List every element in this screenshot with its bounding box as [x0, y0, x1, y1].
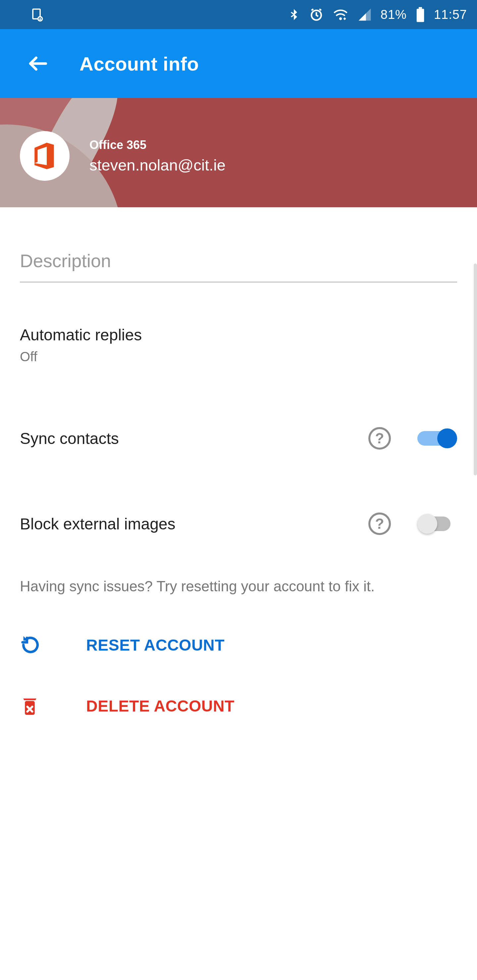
reset-account-label: RESET ACCOUNT: [86, 636, 225, 654]
status-left-group: [30, 7, 45, 22]
wifi-icon: [332, 6, 349, 23]
svg-rect-4: [419, 7, 422, 9]
alarm-icon: [309, 7, 324, 22]
battery-percent: 81%: [381, 8, 407, 22]
page-title: Account info: [80, 52, 199, 75]
automatic-replies-label: Automatic replies: [20, 326, 457, 344]
scroll-indicator: [474, 264, 477, 476]
account-row: Office 365 steven.nolan@cit.ie: [20, 131, 226, 181]
sync-contacts-label: Sync contacts: [20, 430, 369, 448]
clock-text: 11:57: [434, 8, 467, 22]
block-external-images-item: Block external images ?: [20, 450, 457, 535]
block-external-images-toggle[interactable]: [417, 514, 457, 534]
delete-account-label: DELETE ACCOUNT: [86, 697, 235, 715]
description-field-wrap: [20, 250, 457, 283]
sync-contacts-toggle[interactable]: [417, 428, 457, 448]
help-icon[interactable]: ?: [369, 427, 391, 450]
account-header: Office 365 steven.nolan@cit.ie: [0, 98, 477, 207]
app-bar: Account info: [0, 29, 477, 98]
automatic-replies-value: Off: [20, 349, 457, 364]
help-icon[interactable]: ?: [369, 512, 391, 535]
office-icon: [32, 143, 57, 169]
email-label: steven.nolan@cit.ie: [89, 156, 226, 174]
account-text: Office 365 steven.nolan@cit.ie: [89, 138, 226, 174]
system-statusbar: 81% 11:57: [0, 0, 477, 29]
signal-icon: [357, 7, 372, 22]
back-button[interactable]: [20, 45, 56, 82]
block-external-images-label: Block external images: [20, 515, 369, 533]
battery-icon: [415, 7, 425, 22]
arrow-left-icon: [27, 52, 50, 75]
status-right-group: 81% 11:57: [287, 6, 467, 23]
doc-download-icon: [30, 7, 45, 22]
delete-account-button[interactable]: DELETE ACCOUNT: [20, 655, 457, 716]
reset-account-button[interactable]: RESET ACCOUNT: [20, 595, 457, 655]
sync-contacts-item: Sync contacts ?: [20, 364, 457, 450]
provider-label: Office 365: [89, 138, 226, 152]
avatar: [20, 131, 70, 181]
automatic-replies-item[interactable]: Automatic replies Off: [20, 283, 457, 364]
reset-icon: [20, 634, 60, 655]
bluetooth-icon: [287, 8, 300, 21]
svg-rect-3: [417, 9, 424, 22]
trash-icon: [20, 695, 60, 716]
sync-hint-text: Having sync issues? Try resetting your a…: [20, 535, 457, 595]
settings-content: Automatic replies Off Sync contacts ? Bl…: [0, 250, 477, 716]
description-input[interactable]: [20, 250, 457, 283]
